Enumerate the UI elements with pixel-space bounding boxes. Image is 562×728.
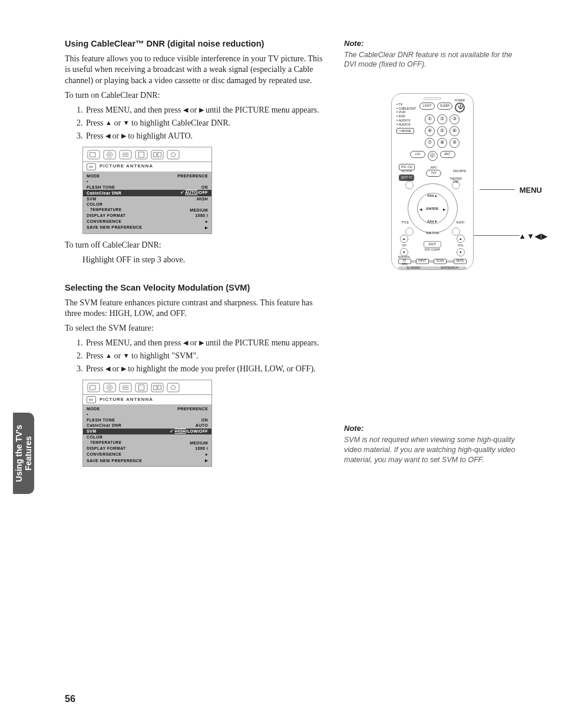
off-step: Highlight OFF in step 3 above. bbox=[82, 255, 327, 266]
svg-rect-13 bbox=[88, 384, 100, 393]
callout-menu: MENU bbox=[520, 185, 542, 196]
svg-point-25 bbox=[171, 386, 175, 390]
step-1: Press MENU, and then press ◀ or ▶ until … bbox=[85, 105, 327, 116]
power-button: ⏻ bbox=[455, 103, 465, 113]
mode-button: MODE bbox=[396, 128, 414, 134]
svg-rect-1 bbox=[90, 153, 95, 157]
pic-icon: ▭ bbox=[87, 163, 96, 170]
svg-rect-7 bbox=[138, 152, 144, 157]
vol-up: ▴ bbox=[457, 235, 465, 243]
svg-rect-24 bbox=[167, 384, 179, 393]
heading-cableclear: Using CableClear™ DNR (digital noise red… bbox=[65, 38, 327, 50]
page-number: 56 bbox=[65, 693, 75, 706]
lead-on: To turn on CableClear DNR: bbox=[65, 90, 327, 101]
step-2: Press ▲ or ▼ to highlight CableClear DNR… bbox=[85, 118, 327, 129]
svg-point-4 bbox=[108, 154, 111, 156]
heading-svm: Selecting the Scan Velocity Modulation (… bbox=[65, 282, 327, 294]
svg-rect-10 bbox=[158, 153, 161, 157]
svg-point-3 bbox=[107, 152, 112, 157]
svg-rect-2 bbox=[104, 150, 115, 159]
section-tab: Using the TV'sFeatures bbox=[13, 413, 34, 494]
osd-cableclear: ▭PICTURE ANTENNA MODEPREFERENCE • FLESH … bbox=[82, 147, 212, 234]
svg-rect-9 bbox=[154, 153, 157, 157]
svm-step-3: Press ◀ or ▶ to highlight the mode you p… bbox=[85, 364, 327, 375]
svm-step-1: Press MENU, and then press ◀ or ▶ until … bbox=[85, 338, 327, 349]
steps-cableclear: Press MENU, and then press ◀ or ▶ until … bbox=[85, 105, 327, 142]
svg-rect-20 bbox=[138, 385, 144, 390]
note-svm: Note: SVM is not required when viewing s… bbox=[344, 423, 521, 465]
svg-rect-21 bbox=[151, 384, 163, 393]
svg-rect-19 bbox=[135, 384, 147, 393]
vol-down: ▾ bbox=[457, 248, 465, 256]
svg-rect-11 bbox=[167, 150, 179, 159]
steps-svm: Press MENU, and then press ◀ or ▶ until … bbox=[85, 338, 327, 375]
note-cableclear: Note: The CableClear DNR feature is not … bbox=[344, 38, 521, 70]
ch-down: ▾ bbox=[400, 248, 408, 256]
svg-rect-14 bbox=[90, 386, 95, 390]
svm-step-2: Press ▲ or ▼ to highlight "SVM". bbox=[85, 351, 327, 362]
svg-rect-23 bbox=[158, 386, 161, 390]
remote-dial: FAV▲ENTERFAV▼ GUIDE THEATER ONE TITLE AU… bbox=[408, 183, 458, 233]
step-3: Press ◀ or ▶ to highlight AUTO. bbox=[85, 131, 327, 142]
svg-rect-22 bbox=[154, 386, 157, 390]
svg-point-16 bbox=[107, 385, 112, 390]
intro-svm: The SVM feature enhances picture contras… bbox=[65, 298, 327, 320]
svg-rect-8 bbox=[151, 150, 163, 159]
svg-rect-15 bbox=[104, 384, 115, 393]
svg-point-17 bbox=[108, 387, 111, 389]
svg-rect-6 bbox=[135, 150, 147, 159]
osd-svm: ▭PICTURE ANTENNA MODEPREFERENCE • FLESH … bbox=[82, 380, 212, 467]
pic-icon: ▭ bbox=[87, 396, 96, 403]
intro-cableclear: This feature allows you to reduce visibl… bbox=[65, 54, 327, 87]
osd-highlight-svm: SVM✓HIGH/LOW/OFF bbox=[83, 429, 211, 435]
callout-arrows: ▲▼◀▶ bbox=[518, 231, 548, 242]
osd-highlight-cableclear: CableClear DNR✓AUTO/OFF bbox=[83, 190, 211, 196]
svg-point-12 bbox=[171, 153, 175, 157]
ch-up: ▴ bbox=[400, 235, 408, 243]
lead-off: To turn off CableClear DNR: bbox=[65, 240, 327, 251]
lead-svm: To select the SVM feature: bbox=[65, 323, 327, 334]
remote-illustration: POWER TV CABLE/SAT VCR DVD AUDIO1 AUDIO2… bbox=[391, 93, 474, 270]
svg-rect-0 bbox=[88, 150, 100, 159]
